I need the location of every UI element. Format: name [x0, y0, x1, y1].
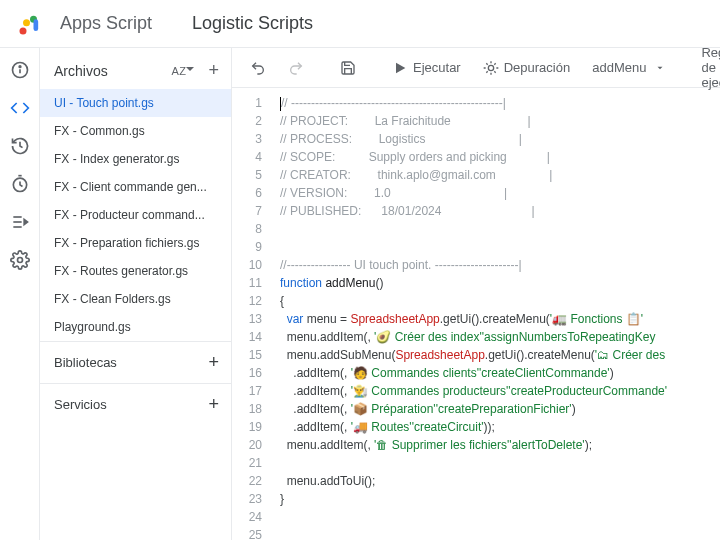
svg-marker-11: [24, 220, 27, 225]
debug-button[interactable]: Depuración: [475, 56, 579, 80]
function-select[interactable]: addMenu: [584, 56, 673, 80]
services-section[interactable]: Servicios +: [40, 383, 231, 425]
svg-point-14: [488, 65, 493, 70]
undo-button[interactable]: [242, 56, 274, 80]
settings-icon[interactable]: [10, 250, 30, 270]
file-item[interactable]: FX - Clean Folders.gs: [40, 285, 231, 313]
save-button[interactable]: [332, 56, 364, 80]
file-item[interactable]: FX - Index generator.gs: [40, 145, 231, 173]
run-button[interactable]: Ejecutar: [384, 56, 469, 80]
code-source[interactable]: // -------------------------------------…: [272, 88, 720, 540]
file-item[interactable]: FX - Client commande gen...: [40, 173, 231, 201]
left-rail: [0, 48, 40, 540]
editor-area: Ejecutar Depuración addMenu Registro de …: [232, 48, 720, 540]
code-editor[interactable]: 1234567891011121314151617181920212223242…: [232, 88, 720, 540]
info-icon[interactable]: [10, 60, 30, 80]
files-panel: Archivos AZ + UI - Touch point.gsFX - Co…: [40, 48, 232, 540]
file-item[interactable]: FX - Common.gs: [40, 117, 231, 145]
app-header: Apps Script Logistic Scripts: [0, 0, 720, 48]
app-name: Apps Script: [60, 13, 152, 34]
add-library-button[interactable]: +: [208, 352, 219, 373]
editor-toolbar: Ejecutar Depuración addMenu Registro de …: [232, 48, 720, 88]
file-list: UI - Touch point.gsFX - Common.gsFX - In…: [40, 89, 231, 341]
project-title[interactable]: Logistic Scripts: [192, 13, 313, 34]
libraries-section[interactable]: Bibliotecas +: [40, 341, 231, 383]
add-file-button[interactable]: +: [208, 60, 219, 81]
file-item[interactable]: FX - Routes generator.gs: [40, 257, 231, 285]
file-item[interactable]: Playground.gs: [40, 313, 231, 341]
apps-script-logo-icon: [16, 10, 44, 38]
services-label: Servicios: [54, 397, 107, 412]
redo-button[interactable]: [280, 56, 312, 80]
add-service-button[interactable]: +: [208, 394, 219, 415]
svg-rect-3: [34, 19, 39, 31]
file-item[interactable]: FX - Preparation fichiers.gs: [40, 229, 231, 257]
svg-marker-15: [658, 66, 663, 69]
executions-icon[interactable]: [10, 212, 30, 232]
triggers-icon[interactable]: [10, 174, 30, 194]
svg-point-6: [19, 66, 21, 68]
editor-icon[interactable]: [10, 98, 30, 118]
files-title: Archivos: [54, 63, 108, 79]
svg-point-1: [23, 19, 30, 26]
sort-az-button[interactable]: AZ: [171, 65, 186, 77]
line-gutter: 1234567891011121314151617181920212223242…: [232, 88, 272, 540]
libraries-label: Bibliotecas: [54, 355, 117, 370]
svg-marker-13: [396, 62, 405, 73]
svg-point-12: [17, 258, 22, 263]
svg-point-0: [20, 27, 27, 34]
history-icon[interactable]: [10, 136, 30, 156]
file-item[interactable]: FX - Producteur command...: [40, 201, 231, 229]
file-item[interactable]: UI - Touch point.gs: [40, 89, 231, 117]
